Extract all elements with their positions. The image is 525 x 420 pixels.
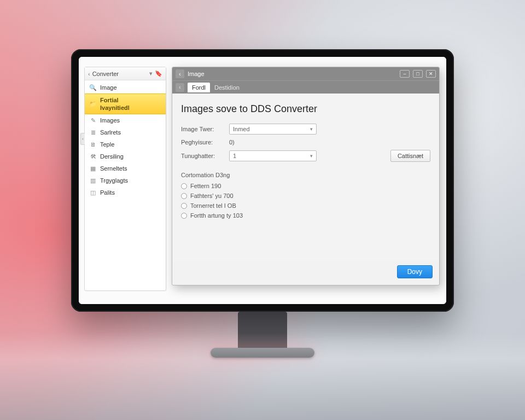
image-type-select[interactable]: Inmed ▾ (229, 124, 317, 135)
sidebar-panel: ‹ ‹ Converter ▾ 🔖 🔍Image📁Fortial Ivaynit… (84, 67, 166, 291)
chart-icon: ◫ (89, 189, 97, 196)
dialog-body: Images sove to DDS Converter Image Twer:… (172, 94, 439, 261)
option-row-2[interactable]: Tornerret tel I OB (181, 202, 430, 209)
sidebar-item-4[interactable]: 🗎Teple (85, 138, 166, 150)
registration-label: Peghyisure: (181, 139, 224, 145)
field-registration: Peghyisure: 0) (181, 139, 430, 145)
options-section-label: Cortomation D3ng (181, 172, 430, 178)
bookmark-icon[interactable]: 🔖 (155, 70, 162, 77)
side-action-label: Cattisnæt (398, 153, 423, 159)
window-minimize-button[interactable]: – (400, 70, 410, 78)
grid-icon: ▦ (89, 165, 97, 172)
sidebar-item-label: Sarlrets (100, 129, 121, 136)
sidebar-item-label: Images (100, 116, 120, 124)
monitor-bezel: ‹ ‹ Converter ▾ 🔖 🔍Image📁Fortial Ivaynit… (71, 49, 454, 312)
dialog-title: Image (188, 71, 396, 77)
window-close-button[interactable]: ✕ (426, 70, 436, 78)
option-row-3[interactable]: Fortth artung ty 103 (181, 212, 430, 219)
back-icon[interactable]: ‹ (88, 71, 90, 77)
sidebar-item-label: Image (100, 84, 117, 91)
sidebar-header: ‹ Converter ▾ 🔖 (85, 67, 166, 80)
option-row-1[interactable]: Fathters' yu 700 (181, 192, 430, 199)
sidebar-item-0[interactable]: 🔍Image (85, 81, 166, 94)
dropdown-icon[interactable]: ▾ (149, 70, 153, 77)
dialog-footer: Dovy (172, 261, 439, 285)
page-icon: 🗎 (89, 141, 97, 148)
dialog-heading: Images sove to DDS Converter (181, 103, 430, 115)
ambient-background: ‹ ‹ Converter ▾ 🔖 🔍Image📁Fortial Ivaynit… (0, 0, 525, 420)
image-type-value: Inmed (233, 126, 250, 132)
sidebar-title: Converter (92, 71, 147, 77)
tab-0[interactable]: Fordl (188, 83, 210, 92)
chevron-down-icon: ▾ (310, 153, 313, 159)
chevron-down-icon: ▾ (310, 126, 313, 132)
tabs-back-icon[interactable]: ‹ (176, 83, 184, 92)
window-maximize-button[interactable]: □ (413, 70, 423, 78)
throughput-label: Tunughatter: (181, 153, 224, 159)
throughput-value: 1 (233, 153, 236, 159)
image-type-label: Image Twer: (181, 126, 224, 132)
radio-icon (181, 203, 187, 209)
dialog-tab-strip: ‹ FordlDestidion (172, 80, 439, 94)
dialog-titlebar[interactable]: ‹ Image – □ ✕ (172, 67, 439, 80)
sidebar-item-label: Teple (100, 141, 114, 148)
field-image-type: Image Twer: Inmed ▾ (181, 124, 430, 135)
registration-value: 0) (229, 139, 235, 145)
throughput-select[interactable]: 1 ▾ (229, 150, 317, 161)
sidebar-item-label: Trgyglagts (100, 177, 128, 184)
folder-icon: 📁 (89, 100, 97, 108)
option-label: Fathters' yu 700 (190, 192, 234, 199)
monitor-stand (238, 312, 287, 350)
desktop: ‹ ‹ Converter ▾ 🔖 🔍Image📁Fortial Ivaynit… (79, 57, 446, 304)
titlebar-back-icon[interactable]: ‹ (176, 69, 184, 78)
sliders-icon: ≣ (89, 129, 97, 136)
sidebar-item-label: Serneltets (100, 165, 127, 172)
primary-action-label: Dovy (407, 268, 422, 276)
option-label: Fortth artung ty 103 (190, 212, 243, 219)
option-label: Fettern 190 (190, 183, 221, 189)
radio-icon (181, 193, 187, 199)
sidebar-item-label: Dersiling (100, 153, 124, 160)
option-label: Tornerret tel I OB (190, 202, 236, 209)
sidebar-collapse-handle[interactable]: ‹ (80, 133, 85, 145)
radio-icon (181, 213, 187, 219)
side-action-button[interactable]: Cattisnæt (390, 150, 430, 162)
sidebar-item-8[interactable]: ◫Palits (85, 186, 166, 199)
tools-icon: 🛠 (89, 153, 97, 160)
search-icon: 🔍 (89, 84, 97, 91)
sidebar-item-7[interactable]: ▥Trgyglagts (85, 174, 166, 186)
tab-1[interactable]: Destidion (210, 83, 244, 92)
sidebar-item-label: Palits (100, 189, 115, 196)
sidebar-item-label: Fortial Ivaynitiedl (100, 96, 130, 112)
sidebar-item-6[interactable]: ▦Serneltets (85, 162, 166, 174)
sidebar-item-1[interactable]: 📁Fortial Ivaynitiedl (85, 94, 166, 114)
screen: ‹ ‹ Converter ▾ 🔖 🔍Image📁Fortial Ivaynit… (79, 57, 446, 304)
sidebar-item-3[interactable]: ≣Sarlrets (85, 126, 166, 138)
chevron-left-icon: ‹ (82, 136, 84, 142)
converter-dialog: ‹ Image – □ ✕ ‹ FordlDestidion Images so… (172, 67, 440, 285)
calendar-icon: ▥ (89, 177, 97, 184)
option-row-0[interactable]: Fettern 190 (181, 183, 430, 189)
radio-icon (181, 183, 187, 189)
pencil-icon: ✎ (89, 116, 97, 124)
sidebar-list: 🔍Image📁Fortial Ivaynitiedl✎Images≣Sarlre… (85, 80, 166, 200)
primary-action-button[interactable]: Dovy (397, 265, 433, 278)
field-throughput: Tunughatter: 1 ▾ Cattisnæt (181, 150, 430, 162)
sidebar-item-5[interactable]: 🛠Dersiling (85, 150, 166, 162)
sidebar-item-2[interactable]: ✎Images (85, 114, 166, 126)
